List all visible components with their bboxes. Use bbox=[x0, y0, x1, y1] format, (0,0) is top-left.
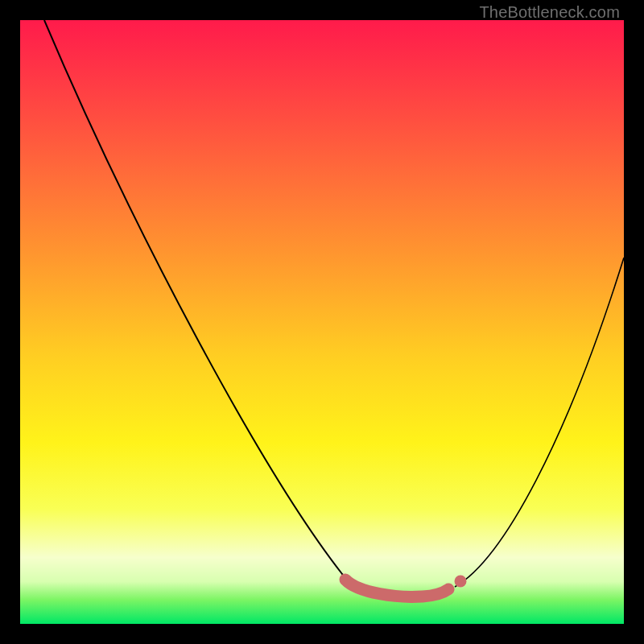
watermark-text: TheBottleneck.com bbox=[479, 3, 620, 22]
chart-plot-area bbox=[20, 20, 624, 624]
trough-end-dot bbox=[455, 576, 467, 588]
curve-right-branch bbox=[455, 258, 624, 587]
curve-trough-band bbox=[345, 580, 448, 597]
chart-svg bbox=[20, 20, 624, 624]
curve-left-branch bbox=[44, 20, 366, 589]
